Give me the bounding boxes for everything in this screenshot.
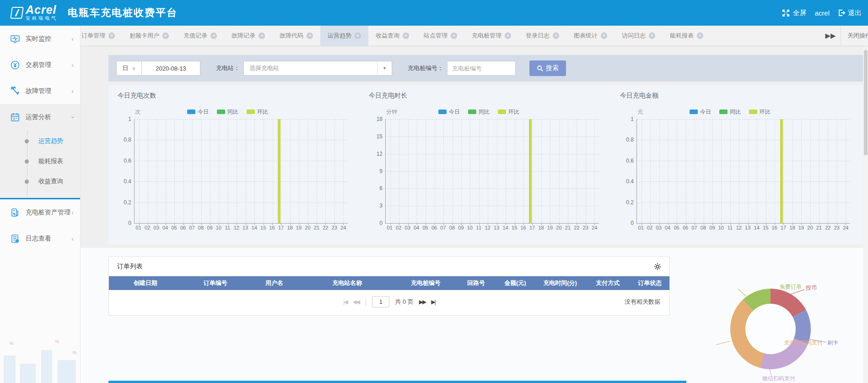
y-tick-label: 0.6 [626,158,634,164]
period-select[interactable]: 日 ∨ [116,61,142,76]
gear-icon[interactable] [654,263,661,270]
tab-close-icon[interactable]: ✕ [601,33,607,39]
sidebar-item-4[interactable]: 充电桩资产管理‹ [0,199,80,225]
tab-close-icon[interactable]: ✕ [355,33,361,39]
tab-close-icon[interactable]: ✕ [108,33,115,39]
legend-swatch [498,109,506,114]
tab-4[interactable]: 故障记录✕ [224,26,272,46]
x-tick-label: 06 [683,225,688,230]
chevron-left-icon: ‹ [71,61,74,69]
x-tick-label: 11 [728,225,733,230]
tab-1[interactable]: 订单管理✕ [74,26,122,46]
legend-item[interactable]: 今日 [438,108,460,116]
tab-close-icon[interactable]: ✕ [162,33,169,39]
logo-subtext: 安科瑞电气 [26,15,58,22]
first-page-button[interactable]: |◀ [343,299,347,305]
station-placeholder: 选择充电站 [244,64,377,72]
x-tick-label: 05 [171,225,177,230]
tab-5[interactable]: 故障代码✕ [272,26,320,46]
tab-close-icon[interactable]: ✕ [553,33,559,39]
y-tick-label: 6 [379,185,383,192]
tab-8[interactable]: 站点管理✕ [416,26,464,46]
table-column-header-6: 金额(元) [496,279,535,287]
pager-divider: | [365,298,367,306]
x-tick-label: 04 [162,225,168,230]
tab-close-icon[interactable]: ✕ [403,33,409,39]
tab-7[interactable]: 收益查询✕ [368,26,416,46]
chart-title: 今日充电金额 [611,92,862,102]
sidebar-item-0[interactable]: 实时监控‹ [0,26,80,52]
legend-item[interactable]: 同比 [719,108,741,116]
sidebar-item-2[interactable]: 故障管理‹ [0,78,80,104]
x-tick-label: 18 [287,225,292,230]
x-tick-label: 01 [387,225,393,230]
legend-item[interactable]: 环比 [749,108,771,116]
page-number-input[interactable] [372,296,389,307]
tab-10[interactable]: 登录日志✕ [518,26,566,46]
y-tick-label: 1 [128,116,131,122]
tab-3[interactable]: 充值记录✕ [176,26,224,46]
sidebar-item-1[interactable]: 交易管理‹ [0,52,80,78]
last-page-button[interactable]: ▶| [431,299,435,305]
sidebar-subitem-3-1[interactable]: 能耗报表 [0,151,80,171]
prev-page-button[interactable]: ◀◀ [353,299,359,305]
tab-13[interactable]: 能耗报表✕ [663,26,706,46]
charts-panel: 今日充电次数次今日同比环比00.20.40.60.810102030405060… [108,85,863,244]
legend-item[interactable]: 环比 [498,108,519,116]
tab-close-icon[interactable]: ✕ [259,33,265,39]
sidebar-subitem-3-2[interactable]: 收益查询 [0,171,80,192]
chart-legend: 今日同比环比 [438,108,519,116]
x-tick-label: 17 [278,225,284,230]
tab-close-icon[interactable]: ✕ [307,33,313,39]
sidebar: 实时监控‹交易管理‹故障管理‹运营分析‹运营趋势能耗报表收益查询充电桩资产管理‹… [0,26,81,383]
x-tick-label: 23 [834,225,840,230]
sidebar-item-3[interactable]: 运营分析‹ [0,104,80,130]
order-list-panel: 订单列表 创建日期订单编号用户名充电站名称充电桩编号回路号金额(元)充电时间(分… [108,257,670,316]
logout-button[interactable]: 退出 [838,9,862,17]
bar-环比-17 [278,119,280,223]
x-tick-label: 19 [798,225,804,230]
legend-item[interactable]: 环比 [247,108,268,116]
x-tick-label: 07 [691,225,697,230]
fullscreen-button[interactable]: 全屏 [782,9,806,17]
tab-12[interactable]: 访问日志✕ [615,26,663,46]
date-input[interactable] [142,61,200,76]
legend-item[interactable]: 今日 [690,108,711,116]
y-tick-label: 0.8 [124,137,131,143]
tab-label: 图表统计 [574,32,598,40]
y-tick-label: 0 [631,220,634,226]
pile-number-input[interactable] [447,61,516,76]
search-button[interactable]: 搜索 [529,60,566,76]
chart-unit-label: 次 [135,108,140,116]
x-tick-label: 24 [592,225,597,230]
tab-close-icon[interactable]: ✕ [505,33,511,39]
app-window: Acrel 安科瑞电气 电瓶车充电桩收费平台 全屏 acrel [0,0,868,383]
tab-6[interactable]: 运营趋势✕ [320,26,368,46]
username[interactable]: acrel [814,9,830,17]
tab-close-icon[interactable]: ✕ [697,33,703,39]
sidebar-submenu: 运营趋势能耗报表收益查询 [0,130,80,198]
legend-item[interactable]: 同比 [217,108,238,116]
x-tick-label: 16 [771,225,777,230]
sidebar-subitem-3-0[interactable]: 运营趋势 [0,131,80,151]
tab-9[interactable]: 充电桩管理✕ [464,26,518,46]
x-tick-label: 15 [763,225,768,230]
legend-item[interactable]: 同比 [468,108,490,116]
tab-close-icon[interactable]: ✕ [210,33,217,39]
sidebar-item-5[interactable]: 日志查看‹ [0,225,80,252]
scrollbar-thumb[interactable] [864,50,868,155]
tab-2[interactable]: 射频卡用户✕ [122,26,176,46]
y-tick-label: 12 [377,151,383,157]
next-page-button[interactable]: ▶▶ [419,299,426,305]
tab-close-icon[interactable]: ✕ [451,33,457,39]
legend-item[interactable]: 今日 [187,108,209,116]
tabs-scroll-right-button[interactable]: ▶▶ [820,26,841,46]
x-tick-label: 21 [314,225,319,230]
tab-close-icon[interactable]: ✕ [649,33,655,39]
close-operations-menu[interactable]: 关闭操作 [841,26,868,46]
station-select[interactable]: 选择充电站 ▼ [243,61,392,76]
legend-label: 环比 [257,108,268,116]
x-tick-label: 02 [145,225,150,230]
chevron-left-icon: ‹ [71,88,74,95]
tab-11[interactable]: 图表统计✕ [566,26,615,46]
